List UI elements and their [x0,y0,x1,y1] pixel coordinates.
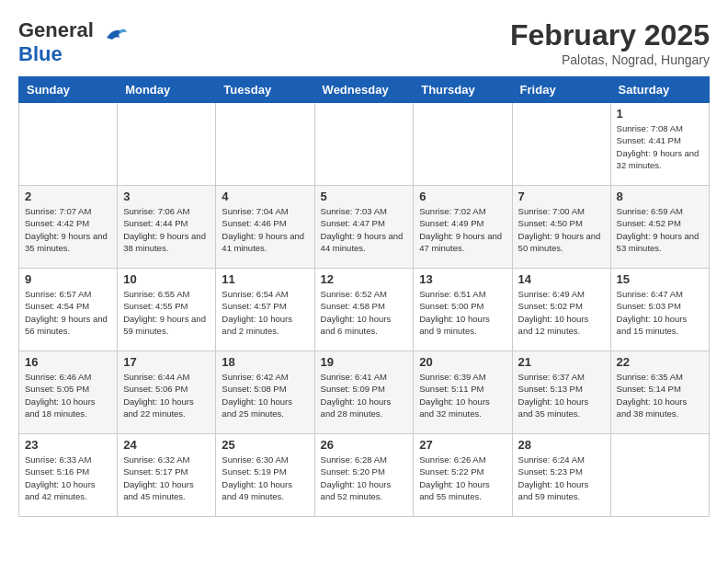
day-number: 15 [617,272,703,286]
calendar-cell: 28Sunrise: 6:24 AM Sunset: 5:23 PM Dayli… [512,434,610,517]
day-info: Sunrise: 7:07 AM Sunset: 4:42 PM Dayligh… [25,205,111,254]
day-info: Sunrise: 7:00 AM Sunset: 4:50 PM Dayligh… [518,205,605,254]
calendar-cell: 27Sunrise: 6:26 AM Sunset: 5:22 PM Dayli… [414,434,512,517]
calendar-cell: 21Sunrise: 6:37 AM Sunset: 5:13 PM Dayli… [512,351,610,434]
day-number: 28 [518,438,605,452]
day-number: 18 [222,355,308,369]
calendar-cell: 1Sunrise: 7:08 AM Sunset: 4:41 PM Daylig… [610,103,709,186]
day-number: 20 [419,355,506,369]
calendar-week-1: 1Sunrise: 7:08 AM Sunset: 4:41 PM Daylig… [19,103,710,186]
day-info: Sunrise: 6:39 AM Sunset: 5:11 PM Dayligh… [419,371,506,419]
calendar-cell: 15Sunrise: 6:47 AM Sunset: 5:03 PM Dayli… [610,269,709,351]
day-number: 19 [321,355,408,369]
day-number: 12 [321,272,408,286]
title-area: February 2025 Palotas, Nograd, Hungary [510,18,710,67]
calendar-cell: 6Sunrise: 7:02 AM Sunset: 4:49 PM Daylig… [414,186,512,269]
day-number: 5 [321,190,408,203]
day-number: 26 [321,438,408,452]
calendar-cell [512,103,610,186]
day-number: 3 [123,190,210,203]
day-info: Sunrise: 7:08 AM Sunset: 4:41 PM Dayligh… [617,122,703,171]
logo-blue: Blue [18,42,63,65]
day-header-monday: Monday [118,77,216,103]
day-header-saturday: Saturday [610,77,709,103]
day-number: 17 [123,355,210,369]
logo: General Blue [18,18,129,66]
month-title: February 2025 [510,18,710,52]
location-title: Palotas, Nograd, Hungary [510,52,710,67]
day-info: Sunrise: 6:32 AM Sunset: 5:17 PM Dayligh… [123,454,210,502]
day-info: Sunrise: 6:37 AM Sunset: 5:13 PM Dayligh… [518,371,605,419]
day-info: Sunrise: 6:33 AM Sunset: 5:16 PM Dayligh… [25,454,111,502]
day-info: Sunrise: 6:24 AM Sunset: 5:23 PM Dayligh… [518,454,605,502]
calendar-cell: 10Sunrise: 6:55 AM Sunset: 4:55 PM Dayli… [118,269,216,351]
calendar-cell: 20Sunrise: 6:39 AM Sunset: 5:11 PM Dayli… [414,351,512,434]
calendar-week-2: 2Sunrise: 7:07 AM Sunset: 4:42 PM Daylig… [19,186,710,269]
day-number: 6 [419,190,506,203]
logo-general: General [18,18,94,41]
calendar-cell [414,103,512,186]
calendar-week-3: 9Sunrise: 6:57 AM Sunset: 4:54 PM Daylig… [19,269,710,351]
calendar-cell [216,103,314,186]
calendar-cell: 9Sunrise: 6:57 AM Sunset: 4:54 PM Daylig… [19,269,118,351]
calendar-cell [118,103,216,186]
day-number: 27 [419,438,506,452]
day-info: Sunrise: 7:03 AM Sunset: 4:47 PM Dayligh… [321,205,408,254]
calendar-cell [19,103,118,186]
day-info: Sunrise: 6:51 AM Sunset: 5:00 PM Dayligh… [419,288,506,337]
calendar-cell: 17Sunrise: 6:44 AM Sunset: 5:06 PM Dayli… [118,351,216,434]
calendar-cell: 14Sunrise: 6:49 AM Sunset: 5:02 PM Dayli… [512,269,610,351]
day-info: Sunrise: 6:57 AM Sunset: 4:54 PM Dayligh… [25,288,111,337]
day-number: 23 [25,438,111,452]
day-header-wednesday: Wednesday [314,77,414,103]
day-number: 4 [222,190,308,203]
day-number: 14 [518,272,605,286]
day-number: 24 [123,438,210,452]
day-header-friday: Friday [512,77,610,103]
calendar-week-4: 16Sunrise: 6:46 AM Sunset: 5:05 PM Dayli… [19,351,710,434]
calendar-cell [314,103,414,186]
calendar-cell: 24Sunrise: 6:32 AM Sunset: 5:17 PM Dayli… [118,434,216,517]
calendar-header-row: SundayMondayTuesdayWednesdayThursdayFrid… [19,77,710,103]
logo-bird-icon [99,25,129,51]
calendar-cell: 11Sunrise: 6:54 AM Sunset: 4:57 PM Dayli… [216,269,314,351]
day-number: 22 [617,355,703,369]
calendar-cell: 22Sunrise: 6:35 AM Sunset: 5:14 PM Dayli… [610,351,709,434]
day-info: Sunrise: 6:47 AM Sunset: 5:03 PM Dayligh… [617,288,703,337]
day-info: Sunrise: 6:54 AM Sunset: 4:57 PM Dayligh… [222,288,308,337]
calendar-cell: 7Sunrise: 7:00 AM Sunset: 4:50 PM Daylig… [512,186,610,269]
day-info: Sunrise: 6:35 AM Sunset: 5:14 PM Dayligh… [617,371,703,419]
day-info: Sunrise: 6:26 AM Sunset: 5:22 PM Dayligh… [419,454,506,502]
header: General Blue February 2025 Palotas, Nogr… [18,18,710,67]
calendar-cell: 19Sunrise: 6:41 AM Sunset: 5:09 PM Dayli… [314,351,414,434]
day-number: 11 [222,272,308,286]
day-header-sunday: Sunday [19,77,118,103]
day-header-thursday: Thursday [414,77,512,103]
calendar-cell: 26Sunrise: 6:28 AM Sunset: 5:20 PM Dayli… [314,434,414,517]
day-info: Sunrise: 6:46 AM Sunset: 5:05 PM Dayligh… [25,371,111,419]
day-number: 1 [617,107,703,121]
calendar: SundayMondayTuesdayWednesdayThursdayFrid… [18,76,710,517]
calendar-cell: 5Sunrise: 7:03 AM Sunset: 4:47 PM Daylig… [314,186,414,269]
day-number: 9 [25,272,111,286]
day-header-tuesday: Tuesday [216,77,314,103]
day-info: Sunrise: 6:52 AM Sunset: 4:58 PM Dayligh… [321,288,408,337]
day-number: 21 [518,355,605,369]
day-number: 7 [518,190,605,203]
day-info: Sunrise: 7:02 AM Sunset: 4:49 PM Dayligh… [419,205,506,254]
calendar-cell: 16Sunrise: 6:46 AM Sunset: 5:05 PM Dayli… [19,351,118,434]
day-info: Sunrise: 7:04 AM Sunset: 4:46 PM Dayligh… [222,205,308,254]
calendar-cell: 12Sunrise: 6:52 AM Sunset: 4:58 PM Dayli… [314,269,414,351]
calendar-cell: 3Sunrise: 7:06 AM Sunset: 4:44 PM Daylig… [118,186,216,269]
day-info: Sunrise: 6:49 AM Sunset: 5:02 PM Dayligh… [518,288,605,337]
day-info: Sunrise: 6:28 AM Sunset: 5:20 PM Dayligh… [321,454,408,502]
logo-text: General Blue [18,18,94,66]
calendar-week-5: 23Sunrise: 6:33 AM Sunset: 5:16 PM Dayli… [19,434,710,517]
day-number: 16 [25,355,111,369]
day-number: 10 [123,272,210,286]
day-info: Sunrise: 7:06 AM Sunset: 4:44 PM Dayligh… [123,205,210,254]
day-info: Sunrise: 6:42 AM Sunset: 5:08 PM Dayligh… [222,371,308,419]
calendar-cell: 13Sunrise: 6:51 AM Sunset: 5:00 PM Dayli… [414,269,512,351]
day-number: 2 [25,190,111,203]
day-info: Sunrise: 6:41 AM Sunset: 5:09 PM Dayligh… [321,371,408,419]
